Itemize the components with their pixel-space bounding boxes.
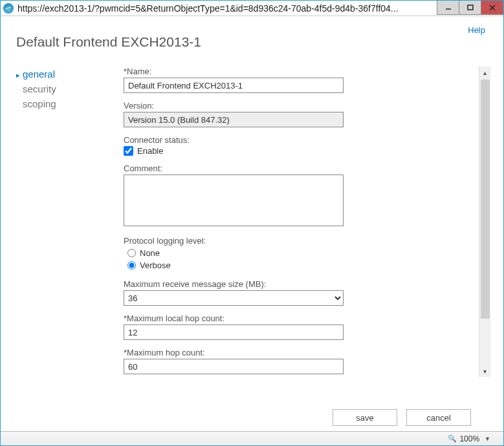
statusbar: 🔍 100% ▼ (1, 431, 503, 445)
comment-label: Comment: (124, 164, 471, 173)
name-input[interactable] (124, 78, 344, 93)
logging-radio-verbose[interactable] (127, 261, 136, 270)
max-hop-label: *Maximum hop count: (124, 348, 471, 357)
scroll-down-arrow-icon[interactable]: ▾ (479, 365, 490, 377)
zoom-level[interactable]: 100% (459, 434, 479, 443)
logging-radio-none[interactable] (127, 249, 136, 257)
max-local-hop-input[interactable] (124, 324, 344, 340)
connector-status-label: Connector status: (124, 135, 471, 145)
sidebar: general security scoping (14, 67, 124, 400)
save-button[interactable]: save (333, 409, 397, 426)
logging-radio-verbose-label: Verbose (140, 260, 171, 270)
close-button[interactable] (481, 1, 503, 15)
chevron-right-icon (16, 69, 23, 80)
client-area: Help Default Frontend EXCH2013-1 general… (1, 16, 503, 431)
version-value: Version 15.0 (Build 847.32) (124, 112, 344, 127)
protocol-logging-label: Protocol logging level: (124, 236, 471, 246)
sidebar-item-label: general (23, 69, 55, 80)
window-frame: https://exch2013-1/?pwmcid=5&ReturnObjec… (0, 0, 504, 446)
logging-radio-none-label: None (140, 248, 160, 258)
sidebar-item-label: scoping (23, 98, 56, 109)
zoom-dropdown-icon[interactable]: ▼ (485, 436, 490, 442)
enable-checkbox[interactable] (124, 146, 133, 156)
form-scroll-area: *Name: Version: Version 15.0 (Build 847.… (124, 67, 490, 377)
content-row: general security scoping *Name: (14, 67, 490, 400)
button-row: save cancel (14, 400, 490, 431)
sidebar-item-security[interactable]: security (14, 81, 117, 96)
window-controls (437, 1, 503, 16)
address-url: https://exch2013-1/?pwmcid=5&ReturnObjec… (17, 3, 437, 14)
max-receive-size-select[interactable]: 36 (124, 290, 344, 306)
maximize-button[interactable] (459, 1, 481, 15)
sidebar-item-scoping[interactable]: scoping (14, 96, 117, 111)
max-hop-input[interactable] (124, 359, 344, 374)
form-panel: *Name: Version: Version 15.0 (Build 847.… (124, 67, 490, 400)
max-local-hop-label: *Maximum local hop count: (124, 313, 471, 323)
max-receive-size-label: Maximum receive message size (MB): (124, 279, 471, 289)
ie-icon (3, 3, 14, 14)
zoom-icon: 🔍 (448, 434, 457, 443)
sidebar-item-label: security (23, 83, 56, 94)
page-title: Default Frontend EXCH2013-1 (16, 34, 490, 50)
sidebar-item-general[interactable]: general (14, 67, 117, 81)
version-label: Version: (124, 101, 471, 111)
titlebar: https://exch2013-1/?pwmcid=5&ReturnObjec… (1, 1, 503, 16)
scrollbar-thumb[interactable] (481, 80, 490, 319)
enable-checkbox-label: Enable (137, 146, 163, 156)
scrollbar[interactable]: ▴ ▾ (479, 67, 490, 377)
help-link[interactable]: Help (468, 25, 485, 35)
svg-rect-1 (468, 5, 473, 10)
comment-textarea[interactable] (124, 175, 344, 226)
scroll-up-arrow-icon[interactable]: ▴ (479, 67, 490, 78)
name-label: *Name: (124, 67, 471, 76)
minimize-button[interactable] (437, 1, 459, 15)
cancel-button[interactable]: cancel (406, 409, 471, 426)
